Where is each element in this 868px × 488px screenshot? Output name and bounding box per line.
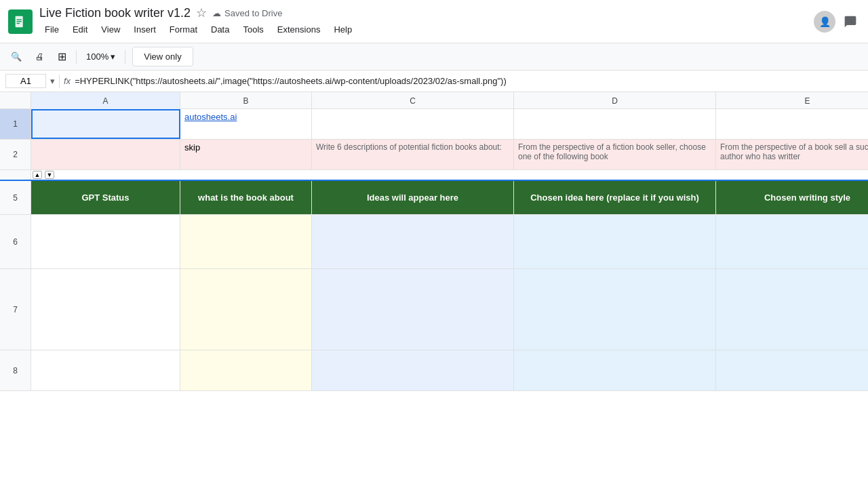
cell-e2[interactable]: From the perspective of a book sell a su… bbox=[716, 140, 868, 169]
collapse-btn-1[interactable]: ▲ bbox=[33, 171, 42, 179]
col-header-d[interactable]: D bbox=[514, 92, 716, 109]
menu-edit[interactable]: Edit bbox=[67, 22, 93, 37]
doc-title-text: Live Fiction book writer v1.2 bbox=[39, 6, 191, 20]
zoom-icon-button[interactable]: ⊞ bbox=[52, 47, 72, 66]
cell-d1[interactable] bbox=[514, 109, 716, 139]
profile-avatar[interactable]: 👤 bbox=[814, 11, 835, 33]
menu-tools[interactable]: Tools bbox=[237, 22, 269, 37]
cell-d8[interactable] bbox=[514, 350, 716, 390]
cell-a8[interactable] bbox=[31, 350, 180, 390]
row-num-6[interactable]: 6 bbox=[0, 215, 31, 268]
row-num-8[interactable]: 8 bbox=[0, 350, 31, 390]
formula-separator bbox=[59, 75, 60, 88]
cell-e6[interactable] bbox=[716, 215, 868, 268]
menu-help[interactable]: Help bbox=[328, 22, 357, 37]
cell-c8[interactable] bbox=[312, 350, 514, 390]
print-button[interactable]: 🖨 bbox=[30, 49, 50, 64]
cell-c2[interactable]: Write 6 descriptions of potential fictio… bbox=[312, 140, 514, 169]
header-c5: Ideas will appear here bbox=[367, 192, 458, 203]
cell-e8[interactable] bbox=[716, 350, 868, 390]
search-button[interactable]: 🔍 bbox=[5, 49, 27, 64]
cloud-save: ☁ Saved to Drive bbox=[212, 8, 282, 18]
cell-a5[interactable]: GPT Status bbox=[31, 181, 180, 214]
cell-a1[interactable] bbox=[31, 109, 180, 139]
row-7: 7 bbox=[0, 269, 868, 350]
row-5: 5 GPT Status what is the book about Idea… bbox=[0, 181, 868, 215]
cell-d7[interactable] bbox=[514, 269, 716, 350]
formula-dropdown-icon[interactable]: ▾ bbox=[50, 76, 55, 86]
print-icon: 🖨 bbox=[35, 52, 44, 62]
row-2: 2 skip Write 6 descriptions of potential… bbox=[0, 140, 868, 170]
menu-insert[interactable]: Insert bbox=[128, 22, 161, 37]
cell-b2[interactable]: skip bbox=[180, 140, 312, 169]
app-icon bbox=[8, 9, 33, 34]
menu-data[interactable]: Data bbox=[205, 22, 235, 37]
cell-c6[interactable] bbox=[312, 215, 514, 268]
view-only-button[interactable]: View only bbox=[132, 47, 193, 66]
cell-e5[interactable]: Chosen writing style bbox=[716, 181, 868, 214]
header-e5: Chosen writing style bbox=[764, 192, 850, 203]
svg-rect-2 bbox=[17, 21, 22, 22]
row-num-7[interactable]: 7 bbox=[0, 269, 31, 350]
search-icon: 🔍 bbox=[11, 52, 22, 62]
cell-c2-text: Write 6 descriptions of potential fictio… bbox=[316, 142, 502, 152]
document-title: Live Fiction book writer v1.2 ☆ ☁ Saved … bbox=[39, 5, 357, 20]
row-8: 8 bbox=[0, 350, 868, 391]
row-1: 1 autosheets.ai bbox=[0, 109, 868, 140]
col-header-e[interactable]: E bbox=[716, 92, 868, 109]
fx-label: fx bbox=[64, 76, 71, 86]
skip-text: skip bbox=[184, 142, 200, 152]
cell-d2[interactable]: From the perspective of a fiction book s… bbox=[514, 140, 716, 169]
cell-a2[interactable] bbox=[31, 140, 180, 169]
cell-d5[interactable]: Chosen idea here (replace it if you wish… bbox=[514, 181, 716, 214]
toolbar: 🔍 🖨 ⊞ 100% ▾ View only bbox=[0, 43, 868, 70]
toolbar-separator bbox=[76, 50, 77, 64]
header-a5: GPT Status bbox=[81, 192, 129, 203]
formula-text: =HYPERLINK("https://autosheets.ai/",imag… bbox=[75, 76, 507, 86]
row-num-2[interactable]: 2 bbox=[0, 140, 31, 169]
freeze-row-num bbox=[0, 170, 31, 180]
menu-view[interactable]: View bbox=[96, 22, 125, 37]
col-header-a[interactable]: A bbox=[31, 92, 180, 109]
header-b5: what is the book about bbox=[198, 192, 294, 203]
cell-e2-text: From the perspective of a book sell a su… bbox=[720, 142, 868, 161]
cell-c1[interactable] bbox=[312, 109, 514, 139]
zoom-level-text: 100% bbox=[86, 52, 108, 62]
cell-d2-text: From the perspective of a fiction book s… bbox=[518, 142, 711, 161]
cell-c7[interactable] bbox=[312, 269, 514, 350]
cell-b5[interactable]: what is the book about bbox=[180, 181, 312, 214]
freeze-row: ▲ ▼ bbox=[0, 170, 868, 181]
cell-a6[interactable] bbox=[31, 215, 180, 268]
cell-b6[interactable] bbox=[180, 215, 312, 268]
cell-a7[interactable] bbox=[31, 269, 180, 350]
comments-icon[interactable] bbox=[841, 12, 860, 31]
cell-reference-input[interactable] bbox=[5, 74, 46, 88]
cell-b8[interactable] bbox=[180, 350, 312, 390]
cell-e7[interactable] bbox=[716, 269, 868, 350]
cell-b7[interactable] bbox=[180, 269, 312, 350]
menu-extensions[interactable]: Extensions bbox=[272, 22, 326, 37]
col-header-c[interactable]: C bbox=[312, 92, 514, 109]
formula-bar: ▾ fx =HYPERLINK("https://autosheets.ai/"… bbox=[0, 70, 868, 92]
cell-c5[interactable]: Ideas will appear here bbox=[312, 181, 514, 214]
star-icon[interactable]: ☆ bbox=[196, 5, 207, 20]
zoom-arrow-icon: ▾ bbox=[111, 52, 115, 62]
menu-file[interactable]: File bbox=[39, 22, 64, 37]
menu-format[interactable]: Format bbox=[164, 22, 203, 37]
collapse-buttons: ▲ ▼ bbox=[31, 170, 54, 180]
svg-rect-1 bbox=[17, 19, 22, 20]
cell-d6[interactable] bbox=[514, 215, 716, 268]
row-num-1[interactable]: 1 bbox=[0, 109, 31, 139]
header-d5: Chosen idea here (replace it if you wish… bbox=[530, 192, 699, 203]
col-header-b[interactable]: B bbox=[180, 92, 312, 109]
zoom-icon: ⊞ bbox=[58, 50, 66, 63]
column-headers: A B C D E bbox=[0, 92, 868, 109]
zoom-level-button[interactable]: 100% ▾ bbox=[81, 49, 121, 64]
autosheets-link[interactable]: autosheets.ai bbox=[184, 112, 237, 122]
cloud-label: Saved to Drive bbox=[224, 8, 282, 18]
collapse-btn-2[interactable]: ▼ bbox=[45, 171, 54, 179]
row-num-5[interactable]: 5 bbox=[0, 181, 31, 214]
row-num-col-header bbox=[0, 92, 31, 108]
cell-e1[interactable] bbox=[716, 109, 868, 139]
cell-b1[interactable]: autosheets.ai bbox=[180, 109, 312, 139]
